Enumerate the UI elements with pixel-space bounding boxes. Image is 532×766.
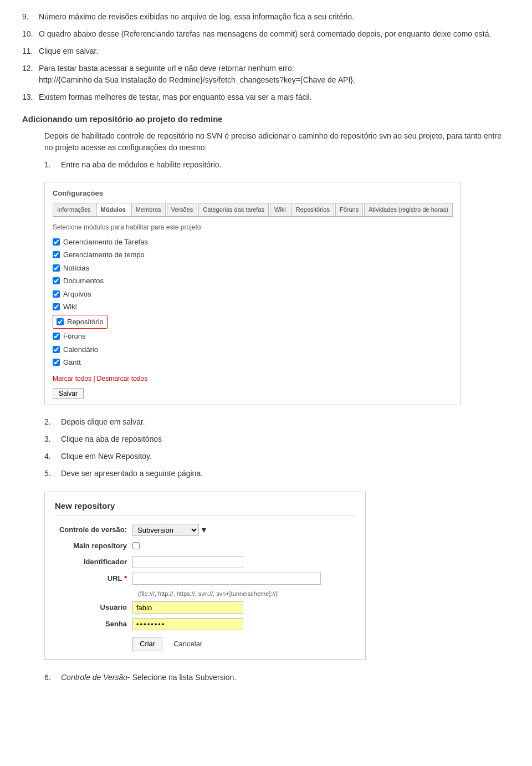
checkbox-noticias[interactable] <box>53 264 60 272</box>
form-row-url: URL <box>55 573 355 585</box>
form-row-usuario: Usuário <box>55 601 355 614</box>
sub-item-2-num: 2. <box>44 416 61 428</box>
section-para: Depois de habilitado controle de reposit… <box>44 130 510 154</box>
checkbox-wiki[interactable] <box>53 303 60 310</box>
checkbox-gantt[interactable] <box>53 359 60 366</box>
input-url[interactable] <box>132 573 321 585</box>
item-12: 12. Para testar basta acessar a seguinte… <box>22 63 510 86</box>
tab-informacoes[interactable]: Informações <box>53 203 95 216</box>
sub-item-2: 2. Depois clique em salvar. <box>44 416 510 428</box>
checkbox-tarefas[interactable] <box>53 238 60 246</box>
sub-item-1-num: 1. <box>44 159 61 171</box>
label-senha: Senha <box>55 619 132 630</box>
form-row-identificador: Identificador <box>55 556 355 568</box>
module-tarefas: Gerenciamento de Tarefas <box>53 237 453 248</box>
form-row-senha: Senha <box>55 618 355 630</box>
module-tempo: Gerenciamento de tempo <box>53 249 453 261</box>
item-13-text: Existem formas melhores de testar, mas p… <box>39 91 510 103</box>
label-usuario: Usuário <box>55 602 132 613</box>
checkbox-main-repo[interactable] <box>132 542 140 549</box>
new-repo-screenshot: New repository Controle de versão: Subve… <box>44 492 366 660</box>
sub-item-4-text: Clique em New Repositoy. <box>61 451 510 462</box>
tab-membros[interactable]: Membros <box>131 203 166 216</box>
checkbox-tempo[interactable] <box>53 251 60 258</box>
sub-item-1: 1. Entre na aba de módulos e habilite re… <box>44 159 510 171</box>
module-wiki: Wiki <box>53 302 453 313</box>
item-9: 9. Número máximo de revisões exibidas no… <box>22 11 510 23</box>
sub-item-2-text: Depois clique em salvar. <box>61 416 510 428</box>
item-11: 11. Clique em salvar. <box>22 45 510 57</box>
checkbox-documentos[interactable] <box>53 277 60 284</box>
sub-item-5-text: Deve ser apresentado a seguinte página. <box>61 468 510 479</box>
cancelar-link[interactable]: Cancelar <box>167 637 209 651</box>
item-11-num: 11. <box>22 45 39 57</box>
form-row-versao: Controle de versão: Subversion Git Mercu… <box>55 524 355 536</box>
sub-item-5: 5. Deve ser apresentado a seguinte págin… <box>44 468 510 479</box>
module-gantt: Gantt <box>53 357 453 368</box>
tab-versoes[interactable]: Versões <box>167 203 198 216</box>
modules-label: Selecione módulos para habilitar para es… <box>53 222 453 232</box>
item-9-num: 9. <box>22 11 39 23</box>
links-row: Marcar todos | Desmarcar todos <box>53 374 453 384</box>
item-13: 13. Existem formas melhores de testar, m… <box>22 91 510 103</box>
tab-wiki[interactable]: Wiki <box>270 203 290 216</box>
sub-item-3-num: 3. <box>44 433 61 445</box>
module-calendario: Calendário <box>53 344 453 355</box>
item-10: 10. O quadro abaixo desse (Referenciando… <box>22 28 510 40</box>
config-title: Configurações <box>53 188 453 199</box>
sub-item-4: 4. Clique em New Repositoy. <box>44 451 510 462</box>
module-documentos: Documentos <box>53 275 453 287</box>
configuracoes-screenshot: Configurações Informações Módulos Membro… <box>44 182 461 405</box>
sub-item-4-num: 4. <box>44 451 61 462</box>
tab-foruns[interactable]: Fóruns <box>335 203 363 216</box>
label-main-repo: Main repository <box>55 540 132 551</box>
salvar-button[interactable]: Salvar <box>53 388 84 399</box>
module-repositorio: Repositório <box>53 315 453 329</box>
checkbox-repositorio[interactable] <box>57 318 64 325</box>
new-repo-title: New repository <box>55 500 355 517</box>
tab-repositorios[interactable]: Repositórios <box>291 203 334 216</box>
item-12-num: 12. <box>22 63 39 86</box>
label-url: URL <box>55 573 132 584</box>
form-buttons: Criar Cancelar <box>132 637 355 651</box>
item-12-text: Para testar basta acessar a seguinte url… <box>39 63 510 86</box>
desmarcar-todos-link[interactable]: Desmarcar todos <box>97 375 147 382</box>
item-13-num: 13. <box>22 91 39 103</box>
criar-button[interactable]: Criar <box>132 637 162 651</box>
input-usuario[interactable] <box>132 601 243 614</box>
checkbox-calendario[interactable] <box>53 346 60 353</box>
page-content: 9. Número máximo de revisões exibidas no… <box>22 11 510 683</box>
module-foruns: Fóruns <box>53 331 453 342</box>
repo-item-highlight: Repositório <box>53 315 108 329</box>
marcar-todos-link[interactable]: Marcar todos <box>53 375 91 382</box>
module-arquivos: Arquivos <box>53 289 453 300</box>
label-versao: Controle de versão: <box>55 524 132 535</box>
module-noticias: Notícias <box>53 263 453 274</box>
sub-item-6-italic: Controle de Versão <box>61 673 127 682</box>
sub-item-5-num: 5. <box>44 468 61 479</box>
section-heading: Adicionando um repositório ao projeto do… <box>22 113 510 126</box>
sub-item-6-text: Controle de Versão- Selecione na lista S… <box>61 672 510 683</box>
item-10-num: 10. <box>22 28 39 40</box>
item-11-text: Clique em salvar. <box>39 45 510 57</box>
input-identificador[interactable] <box>132 556 243 568</box>
sub-item-3: 3. Clique na aba de repositórios <box>44 433 510 445</box>
item-9-text: Número máximo de revisões exibidas no ar… <box>39 11 510 23</box>
input-senha[interactable] <box>132 618 243 630</box>
tab-modulos[interactable]: Módulos <box>96 203 130 216</box>
form-row-main-repo: Main repository <box>55 540 355 551</box>
url-hint: (file:///, http://, https://, svn://, sv… <box>138 589 355 599</box>
tab-bar: Informações Módulos Membros Versões Cate… <box>53 203 453 217</box>
select-arrow-icon: ▼ <box>200 524 208 536</box>
sub-item-3-text: Clique na aba de repositórios <box>61 433 510 445</box>
sub-item-6-num: 6. <box>44 672 61 683</box>
checkbox-foruns[interactable] <box>53 333 60 340</box>
checkbox-arquivos[interactable] <box>53 290 60 298</box>
tab-atividades[interactable]: Atividades (registro de horas) <box>364 203 453 216</box>
item-10-text: O quadro abaixo desse (Referenciando tar… <box>39 28 510 40</box>
select-versao[interactable]: Subversion Git Mercurial <box>132 524 199 536</box>
tab-categorias[interactable]: Categorias das tarefas <box>198 203 269 216</box>
label-identificador: Identificador <box>55 556 132 568</box>
sub-item-6: 6. Controle de Versão- Selecione na list… <box>44 672 510 683</box>
sub-item-1-text: Entre na aba de módulos e habilite repos… <box>61 159 510 171</box>
